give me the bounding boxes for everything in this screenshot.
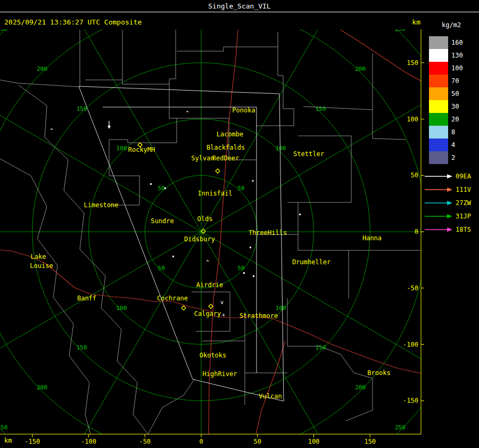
city-label: Okotoks <box>200 352 227 359</box>
y-axis-tick-label: 50 <box>411 172 418 179</box>
cell-glyph-marker: * <box>251 179 254 185</box>
legend-color-swatch <box>429 113 448 126</box>
city-label: RockyMH <box>128 146 155 153</box>
cell-dot-marker <box>253 275 254 277</box>
legend-entry: 30 <box>426 100 479 113</box>
cell-glyph-marker: + <box>222 312 225 318</box>
x-axis-tick-label: 100 <box>308 438 320 445</box>
city-labels: PonokaLacombeBlackfaldsRedDeerSylvanRock… <box>30 107 390 400</box>
legend-color-swatch <box>429 62 448 75</box>
legend-value: 4 <box>451 141 455 149</box>
plot-area: 5050505010010010010015015015015020020020… <box>0 0 426 448</box>
y-axis-tick-label: 100 <box>407 116 418 123</box>
range-ring-label: 100 <box>117 305 127 312</box>
range-ring-label: 200 <box>355 66 366 72</box>
legend-scale: 16013010070503020842 <box>426 36 479 164</box>
legend-value: 8 <box>451 128 455 136</box>
city-label: Lake <box>31 253 46 260</box>
x-axis-tick-label: 50 <box>254 438 261 445</box>
legend-entry: 2 <box>426 151 479 164</box>
legend-value: 2 <box>451 154 455 161</box>
storm-track-arrow-icon <box>424 173 453 180</box>
legend-entry: 50 <box>426 87 479 100</box>
storm-track-row: 111V <box>424 183 479 196</box>
storm-track-arrow-icon <box>424 226 453 233</box>
y-axis-tick-label: -150 <box>403 397 418 404</box>
city-label: Vulcan <box>259 393 282 400</box>
y-axis-tick-label: -100 <box>403 341 418 348</box>
y-axis-tick-label: 0 <box>415 228 418 235</box>
legend-entry: 130 <box>426 49 479 62</box>
range-ring-label: 200 <box>355 384 366 391</box>
legend-entry: 4 <box>426 139 479 151</box>
storm-track-arrow-icon <box>424 200 453 206</box>
legend-color-swatch <box>429 151 448 164</box>
range-ring-label: 200 <box>37 384 47 391</box>
legend-value: 50 <box>451 90 459 97</box>
city-label: Limestone <box>84 201 118 209</box>
cell-glyph-marker: v <box>220 299 224 305</box>
storm-track-arrow-icon <box>424 186 453 193</box>
legend-entry: 100 <box>426 62 479 75</box>
legend-color-swatch <box>429 36 448 49</box>
city-label: Louise <box>30 262 53 270</box>
storm-track-id: 111V <box>456 186 471 193</box>
legend-value: 30 <box>451 103 459 110</box>
range-ring-label: 150 <box>77 344 87 351</box>
cell-dot-marker <box>172 256 174 257</box>
city-label: HighRiver <box>202 370 237 378</box>
range-ring-label: 100 <box>276 145 286 152</box>
x-axis-tick-label: 0 <box>199 438 203 445</box>
range-ring-label: 250 <box>395 26 406 32</box>
storm-track-id: 27ZW <box>456 199 471 207</box>
radar-map-canvas[interactable]: 5050505010010010010015015015015020020020… <box>0 0 426 448</box>
city-diamond-marker <box>216 169 220 173</box>
range-ring-label: 50 <box>158 265 165 272</box>
cell-glyph-marker: ^ <box>186 110 189 116</box>
legend-entry: 8 <box>426 126 479 139</box>
cell-dot-marker <box>150 183 152 185</box>
city-label: Lacombe <box>217 131 244 138</box>
x-axis-tick-label: 150 <box>364 438 376 445</box>
legend-value: 130 <box>451 52 463 59</box>
legend-value: 70 <box>451 77 459 85</box>
cell-glyph-marker: ^ <box>206 259 209 265</box>
legend-value: 160 <box>451 39 463 46</box>
storm-track-row: 27ZW <box>424 196 479 209</box>
city-label: Sundre <box>151 217 174 225</box>
storm-track-row: 09EA <box>424 169 479 183</box>
range-ring-label: 150 <box>315 344 326 351</box>
city-label: Drumheller <box>292 258 331 266</box>
legend-value: 100 <box>451 64 463 72</box>
cell-dot-marker <box>299 214 301 215</box>
storm-track-row: 18TS <box>424 223 479 236</box>
legend-entry: 160 <box>426 36 479 49</box>
y-axis-tick-label: 150 <box>407 59 418 67</box>
legend-color-swatch <box>429 100 448 113</box>
vil-color-legend: kg/m2 16013010070503020842 <box>426 21 479 164</box>
x-axis-tick-label: -50 <box>139 438 151 445</box>
city-label: Ponoka <box>232 107 255 114</box>
city-label: Stettler <box>293 150 324 158</box>
range-ring-label: 100 <box>276 305 286 312</box>
storm-track-row: 31JP <box>424 209 479 223</box>
city-label: RedDeer <box>212 154 240 162</box>
cell-dot-marker <box>164 188 166 189</box>
legend-entry: 20 <box>426 113 479 126</box>
cell-dot-marker <box>243 272 245 274</box>
range-ring-label: 50 <box>158 185 165 192</box>
city-diamond-marker <box>181 306 186 310</box>
city-label: Olds <box>197 215 213 223</box>
range-ring-label: 250 <box>0 424 7 431</box>
storm-track-arrow-icon <box>424 213 453 219</box>
storm-arrowhead <box>108 126 111 129</box>
range-ring-label: 250 <box>395 424 406 431</box>
city-label: Calgary <box>194 310 221 317</box>
x-axis-tick-label: -100 <box>81 438 96 445</box>
legend-unit-label: kg/m2 <box>442 21 479 30</box>
city-label: Banff <box>77 295 96 302</box>
legend-color-swatch <box>429 139 448 151</box>
range-ring-label: 100 <box>117 145 127 152</box>
city-label: Strathmore <box>240 312 278 320</box>
city-label: Hanna <box>362 234 382 242</box>
